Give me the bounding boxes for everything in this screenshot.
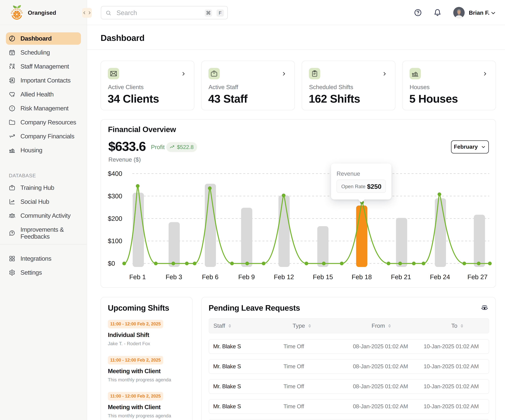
chart-bar[interactable] [133, 193, 144, 267]
shift-title: Meeting with Client [108, 368, 160, 375]
chart-point[interactable] [136, 184, 140, 188]
column-staff[interactable]: Staff [214, 319, 232, 333]
sidebar-item-label: Risk Management [20, 105, 68, 112]
cell-type: Time Off [284, 359, 304, 374]
shift-item[interactable]: 11:00 - 12:00 Feb 2, 2025 Meeting with C… [108, 392, 186, 420]
leave-row[interactable]: Mr. Blake S Time Off 08-Jan-2025 01:02 A… [209, 379, 489, 394]
chart-point[interactable] [387, 262, 390, 265]
chevron-right-icon[interactable] [181, 71, 186, 76]
chevron-right-icon[interactable] [482, 71, 487, 76]
leave-row[interactable]: Mr. Blake S Time Off 08-Jan-2025 01:02 A… [209, 419, 489, 420]
chart-point[interactable] [245, 262, 249, 265]
search-input[interactable]: Search ⌘ F [101, 6, 228, 19]
user-chevron-down-icon[interactable] [490, 10, 496, 16]
chart-point[interactable] [398, 262, 402, 265]
chart-bar[interactable] [396, 218, 407, 267]
chart-bar[interactable] [278, 195, 290, 267]
cell-type: Time Off [284, 399, 304, 414]
revenue-chart[interactable]: $0$100$200$300$400Feb 1Feb 3Feb 6Feb 9Fe… [101, 119, 496, 288]
stat-card-houses[interactable]: Houses 5 Houses [402, 61, 496, 110]
sidebar-collapse-button[interactable] [82, 8, 92, 18]
stat-card-active-staff[interactable]: Active Staff 43 Staff [201, 61, 295, 110]
chevron-right-icon[interactable] [382, 71, 387, 76]
sidebar-item-training-hub[interactable]: Training Hub [6, 182, 81, 194]
gear-icon [9, 269, 15, 276]
shift-title: Individual Shift [108, 332, 149, 338]
chart-point[interactable] [171, 262, 175, 265]
chart-point[interactable] [340, 262, 344, 265]
chart-point[interactable] [477, 262, 480, 265]
chart-bar[interactable] [169, 222, 180, 267]
sidebar-item-integrations[interactable]: Integrations [6, 253, 81, 265]
pie-chart-icon [9, 35, 15, 42]
column-from[interactable]: From [372, 319, 392, 333]
chevron-right-icon[interactable] [281, 71, 286, 76]
chart-point[interactable] [488, 262, 492, 265]
sidebar-item-label: Scheduling [20, 49, 50, 56]
sidebar-item-social-hub[interactable]: Social Hub [6, 196, 81, 208]
sidebar-item-label: Housing [20, 147, 42, 154]
sidebar-item-risk-management[interactable]: Risk Management [6, 102, 81, 115]
chart-bar[interactable] [317, 226, 328, 267]
sidebar-item-scheduling[interactable]: Scheduling [6, 46, 81, 59]
chart-point[interactable] [193, 262, 196, 265]
sort-icon [387, 323, 392, 328]
column-to[interactable]: To [451, 319, 464, 333]
shift-item[interactable]: 11:00 - 12:00 Feb 2, 2025 Meeting with C… [108, 356, 186, 392]
bell-icon[interactable] [434, 9, 442, 17]
sidebar-item-important-contacts[interactable]: Important Contacts [6, 74, 81, 86]
sidebar-item-improvements-feedbacks[interactable]: Improvements &Feedbacks [6, 223, 81, 243]
chart-point[interactable] [185, 262, 189, 265]
chart-bar[interactable] [474, 215, 485, 267]
chart-point[interactable] [262, 262, 265, 265]
shift-item[interactable]: 11:00 - 12:00 Feb 2, 2025 Individual Shi… [108, 320, 186, 356]
chart-bar[interactable] [205, 184, 216, 267]
user-name[interactable]: Brian F. [469, 10, 490, 16]
leave-row[interactable]: Mr. Blake S Time Off 08-Jan-2025 01:02 A… [209, 359, 489, 374]
avatar[interactable] [453, 7, 465, 18]
chart-point[interactable] [422, 262, 425, 265]
chart-point[interactable] [154, 262, 158, 265]
kbd-cmd: ⌘ [205, 9, 212, 17]
chart-tooltip: Revenue Open Rate $250 [331, 163, 391, 199]
sidebar-item-company-resources[interactable]: Company Resources [6, 116, 81, 129]
stat-card-active-clients[interactable]: Active Clients 34 Clients [101, 61, 194, 110]
x-tick-label: Feb 6 [202, 273, 219, 281]
shift-time-badge: 11:00 - 12:00 Feb 2, 2025 [108, 356, 163, 364]
chart-point[interactable] [282, 194, 285, 197]
stat-label: Active Staff [208, 84, 238, 91]
chart-point[interactable] [122, 262, 126, 265]
chart-point[interactable] [322, 262, 326, 265]
sidebar-item-company-financials[interactable]: Company Financials [6, 130, 81, 142]
sidebar-item-housing[interactable]: Housing [6, 144, 81, 156]
line-chart-icon [9, 198, 15, 205]
chart-bar[interactable] [241, 208, 252, 267]
tooltip-value: $250 [367, 183, 381, 190]
chart-point[interactable] [412, 262, 416, 265]
briefcase-icon [208, 68, 220, 79]
help-icon[interactable] [414, 9, 422, 17]
tooltip-value-box: Open Rate $250 [337, 180, 386, 193]
sidebar-item-community-activity[interactable]: Community Activity [6, 210, 81, 222]
sidebar-item-dashboard[interactable]: Dashboard [6, 32, 81, 45]
sort-icon [459, 323, 464, 328]
message-question-icon [9, 230, 15, 236]
search-placeholder: Search [116, 9, 137, 17]
chart-point[interactable] [462, 262, 466, 265]
sidebar-item-staff-management[interactable]: Staff Management [6, 60, 81, 73]
chart-bar[interactable] [435, 198, 446, 267]
leave-row[interactable]: Mr. Blake S Time Off 08-Jan-2025 01:02 A… [209, 339, 489, 354]
sidebar-item-settings[interactable]: Settings [6, 266, 81, 279]
stat-card-scheduled-shifts[interactable]: Scheduled Shifts 162 Shifts [302, 61, 395, 110]
sidebar-item-allied-health[interactable]: Allied Health [6, 88, 81, 100]
sidebar-item-label: Social Hub [20, 198, 49, 205]
cell-type: Time Off [284, 340, 304, 353]
column-type[interactable]: Type [293, 319, 312, 333]
sort-icon [307, 323, 312, 328]
leave-row[interactable]: Mr. Blake S Time Off 08-Jan-2025 01:02 A… [209, 399, 489, 414]
chart-point[interactable] [438, 192, 441, 196]
chart-point[interactable] [230, 262, 234, 265]
chart-point[interactable] [208, 186, 212, 190]
chart-point[interactable] [305, 262, 308, 265]
eye-icon[interactable] [480, 304, 489, 311]
